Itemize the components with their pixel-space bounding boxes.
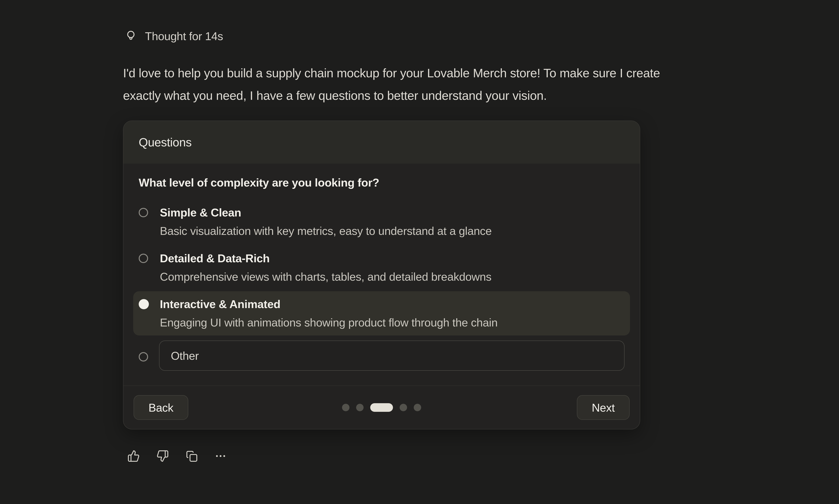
radio-checked-icon[interactable] xyxy=(139,299,149,309)
message-line: I'd love to help you build a supply chai… xyxy=(123,62,769,84)
option-description: Engaging UI with animations showing prod… xyxy=(160,316,625,330)
chat-area: Thought for 14s I'd love to help you bui… xyxy=(0,0,839,504)
assistant-message: I'd love to help you build a supply chai… xyxy=(123,62,769,107)
dialog-footer: Back Next xyxy=(123,385,640,429)
thought-toggle[interactable]: Thought for 14s xyxy=(123,0,839,43)
lightbulb-icon xyxy=(124,29,138,43)
option-interactive-animated[interactable]: Interactive & Animated Engaging UI with … xyxy=(133,291,630,336)
step-dot xyxy=(400,404,407,411)
option-title: Detailed & Data-Rich xyxy=(160,251,625,265)
copy-icon[interactable] xyxy=(185,450,198,462)
step-dot xyxy=(342,404,349,411)
radio-unchecked-icon[interactable] xyxy=(139,352,148,361)
dialog-header: Questions xyxy=(123,121,640,164)
thumbs-down-icon[interactable] xyxy=(156,450,169,462)
question-text: What level of complexity are you looking… xyxy=(139,176,625,190)
dialog-body: What level of complexity are you looking… xyxy=(123,164,640,385)
radio-unchecked-icon[interactable] xyxy=(139,254,148,263)
option-title: Simple & Clean xyxy=(160,205,625,220)
step-dot xyxy=(356,404,364,411)
thumbs-up-icon[interactable] xyxy=(127,450,140,462)
option-title: Interactive & Animated xyxy=(160,297,625,311)
option-description: Comprehensive views with charts, tables,… xyxy=(160,270,625,284)
dialog-title: Questions xyxy=(139,136,192,149)
option-detailed-data-rich[interactable]: Detailed & Data-Rich Comprehensive views… xyxy=(133,246,630,290)
back-button[interactable]: Back xyxy=(134,395,188,420)
step-indicator xyxy=(342,403,421,412)
option-other[interactable] xyxy=(133,341,630,371)
message-actions xyxy=(127,450,839,462)
option-description: Basic visualization with key metrics, ea… xyxy=(160,224,625,238)
radio-unchecked-icon[interactable] xyxy=(139,208,148,217)
option-simple-clean[interactable]: Simple & Clean Basic visualization with … xyxy=(133,200,630,244)
message-line: exactly what you need, I have a few ques… xyxy=(123,84,769,107)
more-options-icon[interactable] xyxy=(214,450,227,462)
step-dot xyxy=(414,404,421,411)
questions-dialog: Questions What level of complexity are y… xyxy=(123,121,640,429)
step-dot-active xyxy=(370,403,393,412)
other-option-input[interactable] xyxy=(159,341,625,371)
next-button[interactable]: Next xyxy=(577,395,630,420)
thought-label: Thought for 14s xyxy=(145,30,223,43)
